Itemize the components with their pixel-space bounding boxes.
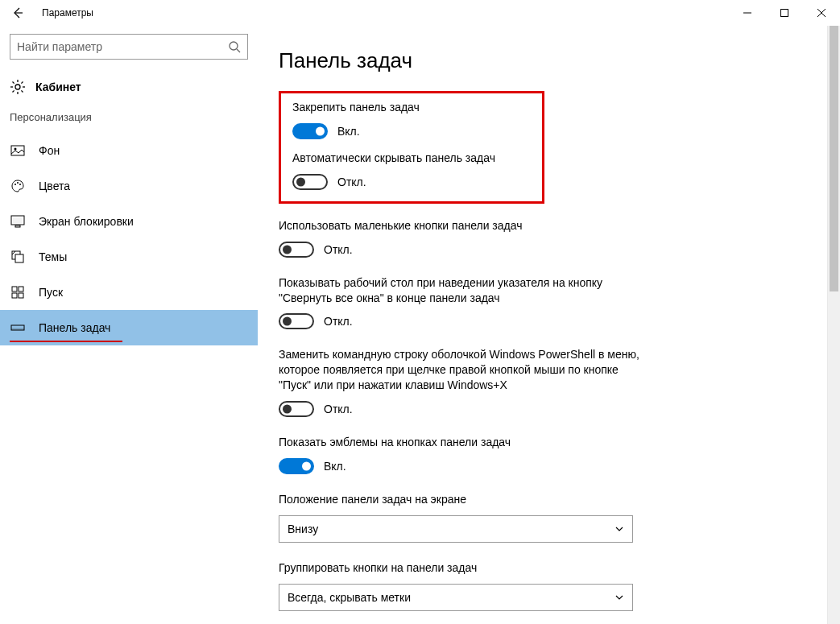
svg-rect-1: [781, 10, 788, 17]
setting-position: Положение панели задач на экране Внизу: [279, 492, 649, 543]
svg-rect-27: [12, 293, 17, 298]
svg-point-6: [15, 85, 20, 89]
sidebar-item-colors[interactable]: Цвета: [0, 168, 258, 204]
setting-label: Группировать кнопки на панели задач: [279, 560, 649, 576]
svg-point-18: [17, 182, 19, 184]
close-button[interactable]: [803, 0, 840, 26]
svg-point-4: [230, 42, 238, 50]
main-content: Панель задач Закрепить панель задач Вкл.…: [258, 26, 840, 624]
setting-label: Положение панели задач на экране: [279, 492, 649, 507]
setting-combine: Группировать кнопки на панели задач Всег…: [279, 560, 649, 611]
gear-icon: [10, 79, 26, 95]
window-controls: [729, 0, 840, 26]
taskbar-icon: [10, 320, 26, 335]
sidebar: Найти параметр Кабинет Персонализация Фо…: [0, 26, 258, 624]
search-input[interactable]: Найти параметр: [10, 34, 248, 60]
page-title: Панель задач: [279, 48, 840, 73]
svg-rect-28: [19, 293, 23, 298]
svg-point-19: [19, 184, 21, 185]
setting-badges: Показать эмблемы на кнопках панели задач…: [279, 435, 649, 474]
setting-label: Автоматически скрывать панель задач: [292, 151, 531, 166]
home-button[interactable]: Кабинет: [0, 72, 258, 108]
toggle-small-buttons[interactable]: [279, 242, 314, 258]
select-value: Всегда, скрывать метки: [288, 591, 411, 604]
setting-label: Заменить командную строку оболочкой Wind…: [279, 347, 649, 393]
back-button[interactable]: [6, 2, 29, 24]
svg-line-13: [13, 90, 14, 92]
toggle-state: Откл.: [324, 403, 353, 415]
sidebar-item-themes[interactable]: Темы: [0, 239, 258, 275]
sidebar-item-label: Темы: [39, 250, 67, 263]
home-label: Кабинет: [35, 81, 81, 93]
toggle-badges[interactable]: [279, 458, 314, 474]
sidebar-item-label: Панель задач: [39, 321, 110, 334]
svg-rect-21: [15, 225, 20, 227]
titlebar: Параметры: [0, 0, 840, 26]
sidebar-item-lockscreen[interactable]: Экран блокировки: [0, 204, 258, 239]
annotation-highlight-box: Закрепить панель задач Вкл. Автоматическ…: [279, 91, 544, 204]
setting-peek-desktop: Показывать рабочий стол при наведении ук…: [279, 275, 649, 330]
annotation-underline: [10, 341, 122, 342]
picture-icon: [10, 143, 26, 158]
toggle-powershell[interactable]: [279, 401, 314, 417]
svg-line-12: [21, 90, 23, 92]
maximize-button[interactable]: [766, 0, 803, 26]
setting-auto-hide: Автоматически скрывать панель задач Откл…: [292, 151, 531, 190]
toggle-state: Откл.: [324, 315, 353, 328]
svg-line-14: [21, 82, 23, 84]
palette-icon: [10, 179, 26, 193]
themes-icon: [10, 250, 26, 264]
svg-line-5: [237, 49, 240, 52]
search-placeholder: Найти параметр: [17, 40, 228, 53]
sidebar-item-label: Цвета: [39, 180, 70, 192]
sidebar-item-label: Экран блокировки: [39, 215, 134, 228]
sidebar-item-start[interactable]: Пуск: [0, 275, 258, 310]
toggle-state: Вкл.: [337, 125, 360, 138]
scrollbar-thumb[interactable]: [830, 26, 838, 291]
select-combine-buttons[interactable]: Всегда, скрывать метки: [279, 584, 633, 611]
sidebar-item-label: Пуск: [39, 286, 63, 299]
setting-label: Использовать маленькие кнопки панели зад…: [279, 218, 649, 233]
setting-small-buttons: Использовать маленькие кнопки панели зад…: [279, 218, 649, 258]
svg-rect-26: [19, 287, 23, 291]
toggle-state: Откл.: [324, 243, 353, 256]
select-value: Внизу: [288, 523, 318, 535]
setting-label: Показать эмблемы на кнопках панели задач: [279, 435, 649, 450]
section-title: Персонализация: [0, 108, 258, 133]
svg-rect-24: [15, 254, 23, 262]
svg-point-16: [14, 148, 17, 151]
toggle-lock-taskbar[interactable]: [292, 123, 328, 139]
svg-point-17: [14, 184, 16, 185]
minimize-button[interactable]: [729, 0, 766, 26]
toggle-auto-hide[interactable]: [292, 174, 328, 190]
chevron-down-icon: [614, 524, 624, 534]
svg-rect-22: [13, 217, 23, 223]
toggle-peek-desktop[interactable]: [279, 313, 314, 329]
svg-line-11: [13, 82, 14, 84]
svg-rect-30: [11, 328, 24, 330]
sidebar-item-background[interactable]: Фон: [0, 133, 258, 168]
window-title: Параметры: [29, 7, 93, 19]
svg-rect-25: [12, 287, 17, 291]
setting-lock-taskbar: Закрепить панель задач Вкл.: [292, 100, 531, 139]
start-icon: [10, 285, 26, 300]
chevron-down-icon: [614, 593, 624, 602]
scrollbar[interactable]: [827, 26, 840, 624]
toggle-state: Откл.: [337, 176, 366, 188]
setting-label: Показывать рабочий стол при наведении ук…: [279, 275, 649, 306]
search-icon: [228, 40, 241, 53]
lockscreen-icon: [10, 214, 26, 229]
setting-powershell: Заменить командную строку оболочкой Wind…: [279, 347, 649, 417]
setting-label: Закрепить панель задач: [292, 100, 531, 115]
select-taskbar-position[interactable]: Внизу: [279, 515, 633, 543]
sidebar-item-label: Фон: [39, 144, 60, 157]
toggle-state: Вкл.: [324, 460, 346, 473]
